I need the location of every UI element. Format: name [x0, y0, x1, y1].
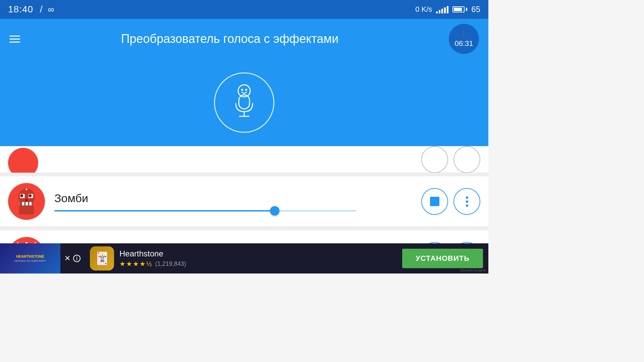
- svg-rect-16: [25, 202, 28, 206]
- svg-rect-17: [29, 202, 32, 206]
- timer-time: 06:31: [454, 39, 473, 48]
- ad-info-button[interactable]: i: [73, 255, 80, 262]
- svg-rect-15: [22, 202, 24, 206]
- ad-rating: ★ ★ ★ ★ ½ (1,219,843): [119, 260, 402, 268]
- status-bar: 18:40 / ∞ 0 K/s 65: [0, 0, 488, 19]
- separator-1: [0, 173, 488, 176]
- battery-icon: [452, 6, 467, 12]
- status-left: 18:40 / ∞: [8, 4, 54, 15]
- mic-section: [0, 59, 488, 146]
- stop-icon: [430, 197, 439, 206]
- status-right: 0 K/s 65: [415, 5, 480, 14]
- status-infinity: ∞: [48, 4, 54, 15]
- ad-banner[interactable]: HEARTHSTONEHEROES OF WARCRAFT ✕ i 🃏 Hear…: [0, 243, 488, 274]
- ad-install-button[interactable]: УСТАНОВИТЬ: [402, 249, 483, 268]
- zombie-actions: [421, 188, 480, 215]
- three-dots-icon: [466, 196, 468, 207]
- partial-buttons: [421, 146, 480, 173]
- ad-image: HEARTHSTONEHEROES OF WARCRAFT: [0, 243, 60, 274]
- svg-rect-18: [19, 205, 34, 215]
- signal-icon: [436, 5, 448, 13]
- battery-percent: 65: [471, 5, 480, 14]
- separator-2: [0, 227, 488, 230]
- ad-engine-text: Motalife Engine: [460, 268, 486, 272]
- timer-badge[interactable]: ⋮ 06:31: [449, 24, 479, 54]
- partial-btn-1[interactable]: [421, 146, 448, 173]
- status-speed: 0 K/s: [415, 5, 432, 14]
- svg-point-10: [29, 194, 32, 197]
- zombie-name: Зомби: [54, 192, 421, 205]
- ad-close-area: ✕ i: [60, 254, 85, 263]
- zombie-slider[interactable]: [54, 210, 356, 212]
- partial-btn-2[interactable]: [453, 146, 480, 173]
- zombie-icon: [11, 186, 42, 217]
- ad-app-name: Hearthstone: [119, 249, 402, 258]
- zombie-avatar: [8, 183, 45, 220]
- more-button[interactable]: [453, 188, 480, 215]
- mic-icon: [227, 84, 261, 121]
- hearthstone-logo: HEARTHSTONEHEROES OF WARCRAFT: [14, 254, 46, 263]
- status-time: 18:40: [8, 4, 33, 15]
- svg-point-1: [241, 89, 243, 91]
- zombie-content: Зомби: [54, 192, 421, 212]
- svg-point-2: [245, 89, 247, 91]
- partial-top-row: [0, 146, 488, 173]
- stop-button[interactable]: [421, 188, 448, 215]
- svg-point-9: [20, 194, 23, 197]
- ad-close-button[interactable]: ✕: [64, 254, 70, 263]
- status-separator: /: [40, 4, 43, 15]
- svg-rect-13: [25, 199, 28, 201]
- list-item: Зомби: [0, 176, 488, 227]
- mic-button[interactable]: [214, 72, 274, 133]
- ad-app-icon: 🃏: [90, 246, 114, 270]
- app-bar: Преобразователь голоса с эффектами ⋮ 06:…: [0, 19, 488, 59]
- timer-dots: ⋮: [460, 30, 468, 38]
- app-title: Преобразователь голоса с эффектами: [11, 32, 449, 46]
- ad-text-block: Hearthstone ★ ★ ★ ★ ½ (1,219,843): [119, 249, 402, 268]
- ad-reviews: (1,219,843): [155, 260, 186, 267]
- partial-avatar: [8, 148, 38, 173]
